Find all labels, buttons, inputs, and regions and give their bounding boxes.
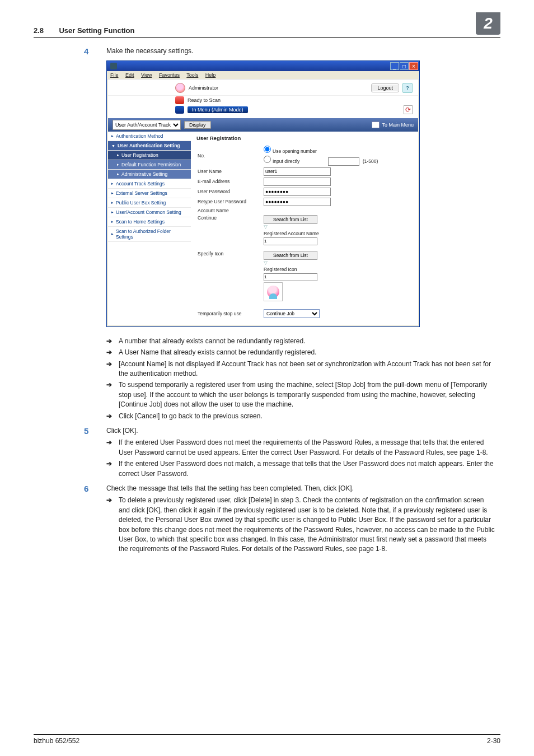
user-icon — [267, 286, 279, 298]
caret-icon: ▸ — [111, 232, 114, 236]
close-button[interactable]: × — [409, 62, 418, 70]
menu-favorites[interactable]: Favorites — [159, 72, 180, 78]
reg-account-name-input[interactable] — [264, 237, 317, 245]
minimize-button[interactable]: _ — [390, 62, 399, 70]
menu-edit[interactable]: Edit — [125, 72, 134, 78]
nav-external-server[interactable]: ▸External Server Settings — [108, 189, 191, 198]
continue-label: Continue — [196, 215, 264, 221]
form-area: User Registration No. Use opening number… — [191, 132, 418, 325]
retype-password-label: Retype User Password — [196, 199, 264, 204]
caret-icon: ▸ — [117, 162, 119, 167]
radio-input-directly[interactable] — [264, 156, 271, 163]
to-main-menu-label: To Main Menu — [382, 122, 414, 128]
step-4-sub-c: [Account Name] is not displayed if Accou… — [119, 360, 496, 379]
to-main-menu-link[interactable]: To Main Menu — [372, 122, 414, 128]
user-password-input[interactable] — [264, 188, 331, 196]
chevron-down-icon: ▽ — [264, 260, 413, 265]
caret-icon: ▸ — [117, 172, 119, 176]
step-4-text: Make the necessary settings. — [106, 46, 500, 56]
step-6-num: 6 — [84, 484, 106, 556]
form-title: User Registration — [196, 135, 413, 141]
reg-icon-input[interactable] — [264, 273, 317, 281]
help-icon[interactable]: ? — [402, 83, 413, 93]
menu-help[interactable]: Help — [205, 72, 216, 78]
nav-scan-to-auth-folder[interactable]: ▸Scan to Authorized Folder Settings — [108, 227, 191, 242]
main-menu-icon — [372, 122, 380, 128]
nav-default-func-permission[interactable]: ▸Default Function Permission — [108, 160, 191, 170]
status-ready: Ready to Scan — [188, 97, 221, 103]
caret-icon: ▸ — [111, 210, 114, 214]
step-4: 4 Make the necessary settings. — [84, 46, 500, 56]
retype-password-input[interactable] — [264, 198, 331, 206]
nav-user-auth-setting[interactable]: ▼User Authentication Setting — [108, 141, 191, 151]
footer-left: bizhub 652/552 — [34, 737, 79, 745]
refresh-icon[interactable]: ⟳ — [404, 105, 413, 114]
caret-icon: ▸ — [111, 220, 114, 224]
email-input[interactable] — [264, 178, 331, 186]
no-label: No. — [196, 153, 264, 158]
menu-status-icon — [175, 106, 184, 114]
window-app-icon — [110, 63, 117, 69]
nav-public-user-box[interactable]: ▸Public User Box Setting — [108, 198, 191, 208]
step-4-subs: ➔A number that already exists cannot be … — [84, 335, 500, 423]
step-5-text: Click [OK]. — [106, 426, 496, 436]
nav-scan-to-home[interactable]: ▸Scan to Home Settings — [108, 217, 191, 227]
menu-tools[interactable]: Tools — [186, 72, 198, 78]
brand-row: Administrator Logout ? — [108, 80, 418, 96]
chapter-badge: 2 — [476, 12, 500, 35]
temp-stop-label: Temporarily stop use — [196, 311, 264, 316]
browser-menubar: File Edit View Favorites Tools Help — [107, 71, 419, 80]
step-5-num: 5 — [84, 426, 106, 480]
reg-icon-label: Registered Icon — [264, 267, 413, 272]
account-name-label: Account Name — [196, 208, 264, 213]
menu-view[interactable]: View — [141, 72, 152, 78]
arrow-icon: ➔ — [106, 412, 119, 421]
specify-icon-label: Specify Icon — [196, 251, 264, 256]
admin-indicator: Administrator — [175, 83, 218, 93]
user-name-input[interactable] — [264, 167, 331, 176]
arrow-icon: ➔ — [106, 438, 119, 458]
status-admin-mode: In Menu (Admin Mode) — [188, 106, 248, 113]
arrow-icon: ➔ — [106, 459, 119, 479]
doc-footer: bizhub 652/552 2-30 — [34, 734, 500, 745]
step-5: 5 Click [OK]. ➔If the entered User Passw… — [84, 426, 500, 480]
doc-header-left: 2.8 User Setting Function — [34, 26, 134, 35]
arrow-icon: ➔ — [106, 496, 119, 554]
menu-file[interactable]: File — [110, 72, 119, 78]
nav-category-select[interactable]: User Auth/Account Track — [113, 120, 181, 130]
no-hint: (1-500) — [363, 158, 378, 164]
footer-right: 2-30 — [487, 737, 500, 745]
search-from-list-button-2[interactable]: Search from List — [264, 251, 317, 260]
maximize-button[interactable]: □ — [400, 62, 409, 70]
window-titlebar: _ □ × — [107, 61, 419, 71]
panes: ▸Authentication Method ▼User Authenticat… — [108, 132, 418, 325]
screenshot-window: _ □ × File Edit View Favorites Tools Hel… — [106, 60, 420, 327]
radio-use-opening-label: Use opening number — [273, 148, 317, 154]
search-from-list-button-1[interactable]: Search from List — [264, 215, 317, 224]
caret-icon: ▸ — [117, 153, 119, 157]
radio-use-opening[interactable] — [264, 146, 271, 153]
step-4-sub-d: To suspend temporarily a registered user… — [119, 380, 496, 409]
nav-strip: User Auth/Account Track Display To Main … — [108, 118, 418, 132]
arrow-icon: ➔ — [106, 337, 119, 346]
arrow-icon: ➔ — [106, 380, 119, 409]
step-4-num: 4 — [84, 46, 106, 56]
nav-account-track[interactable]: ▸Account Track Settings — [108, 179, 191, 189]
scanner-status-icon — [175, 96, 184, 104]
display-button[interactable]: Display — [184, 121, 211, 129]
nav-user-account-common[interactable]: ▸User/Account Common Setting — [108, 208, 191, 217]
step-6: 6 Check the message that tells that the … — [84, 484, 500, 556]
admin-avatar-icon — [175, 83, 185, 93]
logout-button[interactable]: Logout — [371, 83, 399, 92]
temp-stop-select[interactable]: Continue Job — [264, 309, 320, 318]
status-rows: Ready to Scan In Menu (Admin Mode) ⟳ — [108, 96, 418, 118]
chevron-down-icon: ▽ — [264, 224, 413, 230]
arrow-icon: ➔ — [106, 348, 119, 357]
step-5-sub-a: If the entered User Password does not me… — [119, 438, 496, 458]
nav-authentication-method[interactable]: ▸Authentication Method — [108, 132, 191, 141]
nav-administrative-setting[interactable]: ▸Administrative Setting — [108, 170, 191, 179]
step-5-sub-b: If the entered User Password does not ma… — [119, 459, 496, 479]
no-input[interactable] — [328, 157, 359, 166]
nav-user-registration[interactable]: ▸User Registration — [108, 151, 191, 160]
caret-icon: ▸ — [111, 134, 114, 138]
